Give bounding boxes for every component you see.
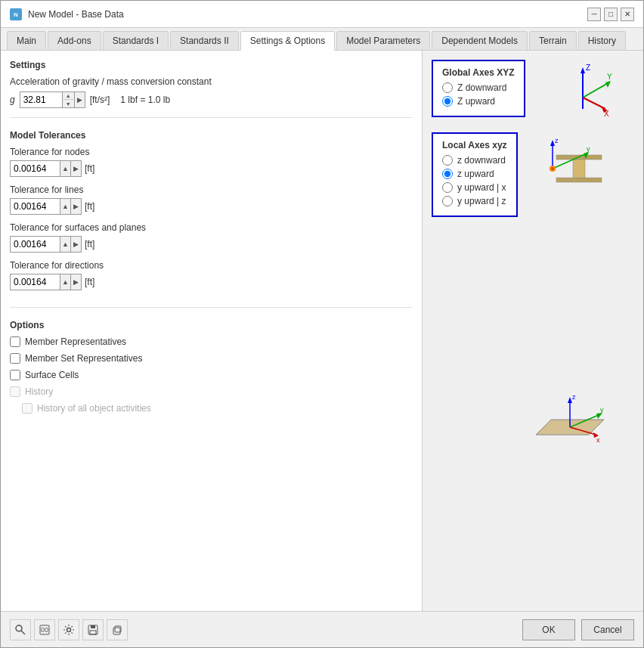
tolerance-nodes-unit: [ft] xyxy=(85,163,94,174)
tolerance-directions-right-arrow[interactable]: ▶ xyxy=(70,274,81,290)
global-z-downward-label[interactable]: Z downward xyxy=(457,82,506,93)
tolerance-directions-up-arrow[interactable]: ▲ xyxy=(60,274,70,290)
window-icon: N xyxy=(10,8,22,20)
tab-history[interactable]: History xyxy=(578,31,626,50)
member-representatives-label[interactable]: Member Representatives xyxy=(25,336,126,347)
local-y-upward-x-radio[interactable] xyxy=(442,182,453,193)
close-button[interactable]: ✕ xyxy=(621,8,634,21)
tolerance-nodes-input[interactable] xyxy=(11,162,60,175)
cancel-button[interactable]: Cancel xyxy=(581,619,634,640)
ok-button[interactable]: OK xyxy=(522,619,575,640)
main-content: Settings Acceleration of gravity / mass … xyxy=(1,51,643,611)
svg-line-33 xyxy=(21,631,25,634)
gravity-right-arrow[interactable]: ▶ xyxy=(74,92,85,107)
bottom-buttons: OK Cancel xyxy=(522,619,634,640)
gravity-input[interactable]: 32.81 xyxy=(20,93,62,107)
svg-marker-27 xyxy=(596,413,602,419)
settings-title: Settings xyxy=(10,60,413,70)
tolerance-directions-input[interactable] xyxy=(11,275,60,289)
tolerance-surfaces-arrows: ▲ ▶ xyxy=(60,237,81,252)
settings-icon-button[interactable] xyxy=(58,619,79,640)
tab-addons[interactable]: Add-ons xyxy=(48,31,101,50)
tab-bar: Main Add-ons Standards I Standards II Se… xyxy=(1,28,643,51)
maximize-button[interactable]: □ xyxy=(604,8,618,21)
local-z-downward-radio[interactable] xyxy=(442,155,453,166)
svg-rect-11 xyxy=(556,178,602,182)
local-y-upward-z-label[interactable]: y upward | z xyxy=(457,196,506,206)
tolerance-nodes-spinbox: ▲ ▶ xyxy=(10,160,82,177)
tolerance-surfaces-input-row: ▲ ▶ [ft] xyxy=(10,236,413,253)
tolerance-directions-input-row: ▲ ▶ [ft] xyxy=(10,274,413,290)
tolerance-directions-unit: [ft] xyxy=(85,277,94,287)
minimize-button[interactable]: ─ xyxy=(587,8,601,21)
tolerance-lines-spinbox: ▲ ▶ xyxy=(10,198,82,215)
gravity-row: g 32.81 ▲ ▼ ▶ [ft/s²] 1 lbf = 1.0 lb xyxy=(10,91,413,108)
svg-text:x: x xyxy=(596,436,600,444)
local-z-upward-label[interactable]: z upward xyxy=(457,169,494,179)
surface-cells-checkbox[interactable] xyxy=(10,370,20,380)
search-icon-button[interactable] xyxy=(10,619,31,640)
global-axes-section: Global Axes XYZ Z downward Z upward xyxy=(432,60,634,120)
number-icon-button[interactable]: 00 xyxy=(34,619,55,640)
svg-text:Z: Z xyxy=(586,64,590,72)
local-y-upward-x-label[interactable]: y upward | x xyxy=(457,182,506,193)
gravity-up-arrow[interactable]: ▲ xyxy=(62,92,74,100)
tolerance-lines-arrows: ▲ ▶ xyxy=(60,199,81,214)
tab-dependent-models[interactable]: Dependent Models xyxy=(432,31,528,50)
svg-point-36 xyxy=(67,628,71,631)
tab-main[interactable]: Main xyxy=(7,31,46,50)
history-row: History xyxy=(10,386,413,397)
title-bar-left: N New Model - Base Data xyxy=(10,8,124,20)
bottom-icons: 00 xyxy=(10,619,128,640)
gravity-down-arrow[interactable]: ▼ xyxy=(62,100,74,107)
local-y-upward-z-row: y upward | z xyxy=(442,196,507,206)
local-y-upward-z-radio[interactable] xyxy=(442,196,453,206)
global-z-upward-label[interactable]: Z upward xyxy=(457,96,495,107)
surface-cells-row: Surface Cells xyxy=(10,370,413,380)
tolerance-lines-up-arrow[interactable]: ▲ xyxy=(60,199,70,214)
surface-cells-label[interactable]: Surface Cells xyxy=(25,370,79,380)
svg-text:z: z xyxy=(555,137,559,144)
left-panel: Settings Acceleration of gravity / mass … xyxy=(1,51,423,611)
copy-icon-button[interactable] xyxy=(107,619,128,640)
global-z-upward-row: Z upward xyxy=(442,96,515,107)
tolerance-nodes-up-arrow[interactable]: ▲ xyxy=(60,161,70,176)
options-section: Options Member Representatives Member Se… xyxy=(10,320,413,420)
svg-text:N: N xyxy=(14,11,18,18)
tolerance-surfaces-input[interactable] xyxy=(11,237,60,251)
member-set-representatives-label[interactable]: Member Set Representatives xyxy=(25,353,142,364)
g-symbol: g xyxy=(10,95,15,105)
tolerance-directions-arrows: ▲ ▶ xyxy=(60,274,81,290)
local-z-downward-label[interactable]: z downward xyxy=(457,155,506,166)
member-set-representatives-checkbox[interactable] xyxy=(10,353,20,364)
save-icon-button[interactable] xyxy=(82,619,104,640)
tolerance-surfaces-right-arrow[interactable]: ▶ xyxy=(70,237,81,252)
local-z-upward-radio[interactable] xyxy=(442,169,453,179)
tolerance-surfaces-up-arrow[interactable]: ▲ xyxy=(60,237,70,252)
window-controls: ─ □ ✕ xyxy=(587,8,634,21)
tab-model-parameters[interactable]: Model Parameters xyxy=(336,31,430,50)
tab-terrain[interactable]: Terrain xyxy=(529,31,577,50)
global-axes-diagram-area: Z Y X xyxy=(531,60,634,120)
tolerance-lines-right-arrow[interactable]: ▶ xyxy=(70,199,81,214)
tab-settings-options[interactable]: Settings & Options xyxy=(240,31,335,51)
tolerance-lines-input-row: ▲ ▶ [ft] xyxy=(10,198,413,215)
tolerance-directions-label: Tolerance for directions xyxy=(10,260,413,271)
global-z-downward-radio[interactable] xyxy=(442,82,453,93)
member-representatives-checkbox[interactable] xyxy=(10,336,20,347)
svg-text:X: X xyxy=(604,110,609,118)
tolerance-lines-input[interactable] xyxy=(11,200,60,213)
tolerance-lines-unit: [ft] xyxy=(85,201,94,212)
lbf-label: 1 lbf = 1.0 lb xyxy=(120,95,170,105)
global-z-upward-radio[interactable] xyxy=(442,96,453,107)
tolerance-surfaces-row: Tolerance for surfaces and planes ▲ ▶ [f… xyxy=(10,222,413,253)
tab-standards-ii[interactable]: Standards II xyxy=(170,31,239,50)
title-bar: N New Model - Base Data ─ □ ✕ xyxy=(1,1,643,28)
svg-line-5 xyxy=(583,82,609,98)
tab-standards-i[interactable]: Standards I xyxy=(103,31,169,50)
history-checkbox[interactable] xyxy=(10,386,20,397)
tolerance-nodes-right-arrow[interactable]: ▶ xyxy=(70,161,81,176)
window-title: New Model - Base Data xyxy=(28,9,124,20)
history-activities-checkbox[interactable] xyxy=(22,403,33,414)
settings-section: Settings Acceleration of gravity / mass … xyxy=(10,60,413,118)
